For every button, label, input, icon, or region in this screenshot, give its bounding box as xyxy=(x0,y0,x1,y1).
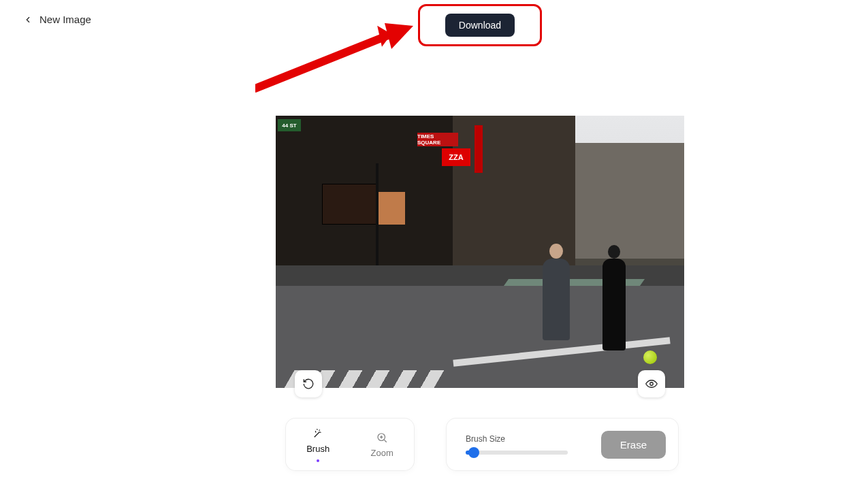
tool-panels: Brush Zoom Brush Size Erase xyxy=(286,419,678,470)
top-bar: New Image Download xyxy=(0,12,868,39)
reset-button[interactable] xyxy=(295,370,322,397)
active-indicator-dot xyxy=(317,459,319,462)
brush-panel: Brush Size Erase xyxy=(447,419,678,470)
edited-image[interactable]: TIMES SQUARE ZZA 44 ST xyxy=(276,116,684,388)
eye-icon xyxy=(645,378,658,390)
times-square-sign: TIMES SQUARE xyxy=(417,133,458,146)
magic-wand-icon xyxy=(312,427,324,440)
brush-size-control: Brush Size xyxy=(466,434,586,455)
download-button[interactable]: Download xyxy=(445,14,515,37)
new-image-label: New Image xyxy=(39,14,91,25)
zoom-tool[interactable]: Zoom xyxy=(363,426,402,463)
new-image-link[interactable]: New Image xyxy=(23,14,91,25)
brush-tool[interactable]: Brush xyxy=(298,422,338,468)
erase-button[interactable]: Erase xyxy=(601,431,666,459)
chevron-left-icon xyxy=(23,15,33,24)
preview-button[interactable] xyxy=(638,370,665,397)
brush-size-slider[interactable] xyxy=(466,451,568,455)
svg-line-0 xyxy=(255,34,391,88)
pedestrian xyxy=(602,259,626,350)
download-button-label: Download xyxy=(459,20,501,31)
brush-cursor xyxy=(643,350,657,364)
street-sign: 44 ST xyxy=(278,119,301,131)
svg-point-3 xyxy=(650,382,654,386)
tools-panel: Brush Zoom xyxy=(286,419,414,470)
zoom-in-icon xyxy=(376,431,388,444)
bar-neon xyxy=(475,125,483,173)
slider-knob[interactable] xyxy=(468,447,479,458)
pedestrian xyxy=(543,259,570,340)
rotate-icon xyxy=(302,378,315,390)
pizza-sign: ZZA xyxy=(442,148,470,166)
canvas-area[interactable]: TIMES SQUARE ZZA 44 ST xyxy=(276,116,684,388)
erase-button-label: Erase xyxy=(620,439,647,451)
brush-size-label: Brush Size xyxy=(466,434,586,444)
download-highlight-box: Download xyxy=(418,4,542,46)
brush-tool-label: Brush xyxy=(306,444,329,454)
zoom-tool-label: Zoom xyxy=(371,448,393,458)
svg-line-7 xyxy=(385,440,387,442)
